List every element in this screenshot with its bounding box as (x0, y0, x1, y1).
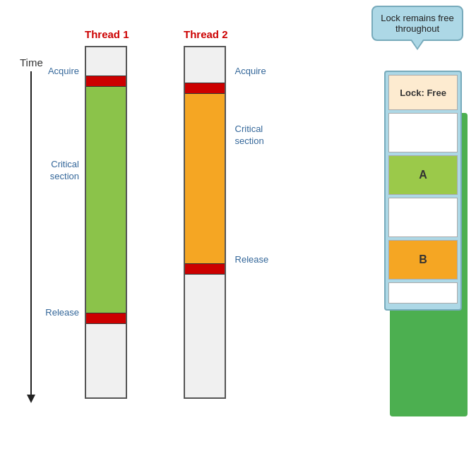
hash-table-empty-row-2 (388, 198, 458, 237)
thread2-critical-label: Criticalsection (235, 124, 292, 148)
thread1-bottom-gray (86, 324, 126, 397)
thread1-top-gray (86, 47, 126, 76)
thread2-title: Thread 2 (184, 28, 228, 40)
thread1-acquire-label: Acquire (28, 66, 79, 76)
time-arrow (30, 71, 32, 396)
hash-table-lock-free-row: Lock: Free (388, 75, 458, 110)
hash-table-panel: Lock: Free A B (384, 71, 462, 311)
thread1-critical-bar (86, 87, 126, 313)
time-axis: Time (20, 56, 43, 396)
thread2-release-label: Release (235, 254, 292, 265)
hash-table-empty-row-1 (388, 113, 458, 152)
thread1-title: Thread 1 (85, 28, 129, 40)
thread2-top-gray (185, 47, 225, 83)
callout-bubble: Lock remains free throughout (371, 6, 463, 41)
thread1-critical-label: Criticalsection (28, 159, 79, 183)
hash-table-b-label: B (419, 253, 427, 266)
callout-text: Lock remains free throughout (381, 13, 453, 34)
hash-table-wrapper: Lock: Free A B Hash Table (384, 28, 462, 337)
hash-table-empty-row-3 (388, 282, 458, 304)
thread1-bar (85, 46, 127, 399)
thread2-container: Thread 2 Acquire Criticalsection Release (184, 28, 228, 399)
hash-table-row-a: A (388, 155, 458, 195)
thread2-release-bar (185, 263, 225, 275)
thread2-acquire-bar (185, 83, 225, 94)
thread2-bottom-gray (185, 275, 225, 397)
thread1-container: Thread 1 Acquire Criticalsection Release (85, 28, 129, 399)
thread2-critical-bar (185, 94, 225, 263)
thread1-release-label: Release (28, 307, 79, 318)
hash-table-row-b: B (388, 240, 458, 280)
thread2-acquire-label: Acquire (235, 66, 292, 76)
thread1-acquire-bar (86, 76, 126, 87)
thread1-release-bar (86, 313, 126, 324)
hash-table-outer: Lock: Free A B (384, 71, 462, 311)
hash-table-a-label: A (419, 169, 427, 181)
hash-table-lock-free-label: Lock: Free (400, 88, 446, 98)
thread2-bar (184, 46, 226, 399)
